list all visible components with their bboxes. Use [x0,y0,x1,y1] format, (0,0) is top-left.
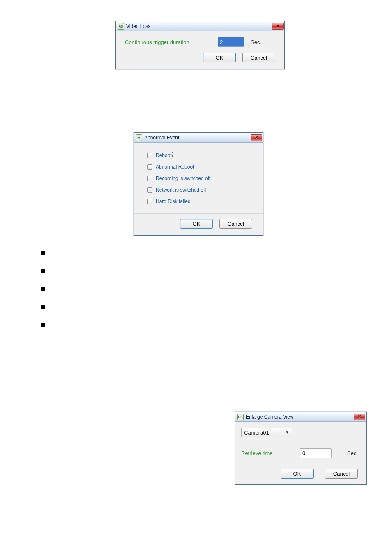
svg-text:RS: RS [136,136,141,140]
chevron-down-icon: ▼ [285,430,289,435]
dialog-title: Video Loss [126,23,150,29]
checkbox-item-network-off: Network is switched off [147,187,250,193]
checkbox-label: Abnormal Reboot [156,164,194,170]
bullet [41,251,45,255]
bullet [41,305,45,309]
checkbox[interactable] [147,187,152,193]
duration-input[interactable] [218,37,244,47]
ok-button[interactable]: OK [203,53,236,62]
duration-unit: Sec. [251,39,261,45]
dialog-enlarge-camera-view: RS Enlarge Camera View ✕ Camera01 ▼ Retr… [235,412,367,485]
checkbox[interactable] [147,176,152,181]
close-icon: ✕ [276,24,280,28]
stray-comma: , [188,336,190,343]
titlebar: RS Enlarge Camera View ✕ [235,412,366,422]
checkbox[interactable] [147,164,152,170]
dialog-body: Reboot Abnormal Reboot Recording is swit… [134,143,263,235]
dialog-title: Abnormal Event [144,135,179,141]
checkbox-item-abnormal-reboot: Abnormal Reboot [147,164,250,170]
checkbox-item-recording-off: Recording is switched off [147,176,250,181]
checkbox-label: Reboot [156,153,172,158]
close-icon: ✕ [358,414,362,419]
app-icon: RS [118,23,124,30]
checkbox[interactable] [147,153,152,158]
close-button[interactable]: ✕ [251,134,262,141]
close-button[interactable]: ✕ [354,414,365,420]
checkbox[interactable] [147,199,152,204]
bullet [41,287,45,291]
ok-button[interactable]: OK [281,469,314,479]
app-icon: RS [237,414,244,420]
titlebar: RS Video Loss ✕ [116,21,284,31]
checkbox-label: Network is switched off [156,187,206,193]
ok-button[interactable]: OK [180,219,213,229]
bullet [41,323,45,327]
bullet-list [41,251,45,327]
duration-label: Continuous trigger duration [125,39,211,45]
cancel-button[interactable]: Cancel [242,53,275,62]
close-button[interactable]: ✕ [272,23,284,30]
checkbox-item-hdd-failed: Hard Disk failed [147,199,250,204]
dialog-abnormal-event: RS Abnormal Event ✕ Reboot Abnormal Rebo… [134,132,263,236]
cancel-button[interactable]: Cancel [325,469,358,479]
dialog-title: Enlarge Camera View [246,414,294,420]
dialog-video-loss: RS Video Loss ✕ Continuous trigger durat… [115,21,285,69]
svg-text:RS: RS [238,415,243,419]
titlebar: RS Abnormal Event ✕ [134,133,263,143]
checkbox-list: Reboot Abnormal Reboot Recording is swit… [145,151,252,206]
camera-select[interactable]: Camera01 ▼ [241,428,292,437]
dialog-body: Continuous trigger duration Sec. OK Canc… [116,31,284,69]
retrieve-time-input[interactable] [300,448,332,458]
cancel-button[interactable]: Cancel [219,219,252,229]
close-icon: ✕ [255,135,258,140]
divider [134,213,263,214]
checkbox-item-reboot: Reboot [147,153,250,158]
app-icon: RS [136,134,142,141]
retrieve-time-unit: Sec. [347,450,358,456]
camera-select-value: Camera01 [244,430,269,436]
bullet [41,269,45,273]
dialog-body: Camera01 ▼ Retrieve time Sec. OK Cancel [235,422,366,484]
svg-text:RS: RS [118,25,123,28]
checkbox-label: Hard Disk failed [156,199,191,204]
retrieve-time-label: Retrieve time [241,450,293,456]
checkbox-label: Recording is switched off [156,176,210,181]
